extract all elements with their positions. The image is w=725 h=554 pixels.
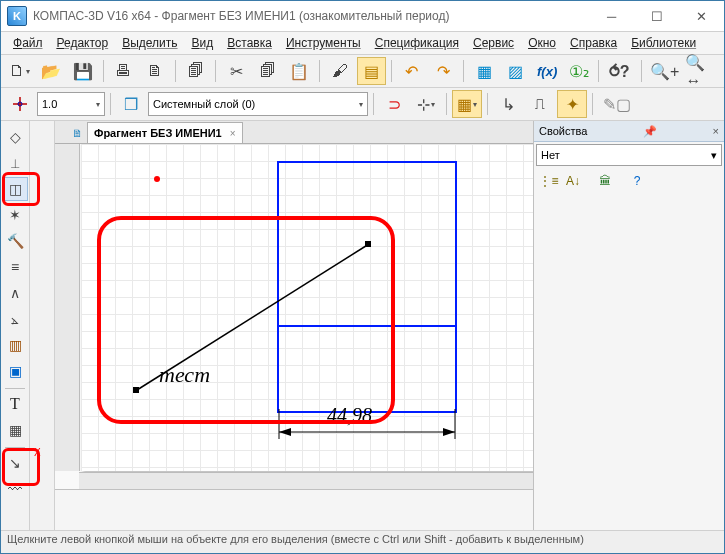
format-button[interactable]: 🖌 [325,57,355,85]
new-button[interactable]: 🗋▾ [5,57,35,85]
svg-marker-7 [279,428,291,436]
app-icon: K [7,6,27,26]
properties-selector[interactable]: Нет▾ [536,144,722,166]
text-icon[interactable]: T [2,392,28,416]
menu-lib[interactable]: Библиотеки [625,34,702,52]
menu-tools[interactable]: Инструменты [280,34,367,52]
secondary-toolbar: 1.0▾ ❒ Системный слой (0)▾ ⊃ ⊹▾ ▦▾ ↳ ⎍ ✦… [1,88,724,121]
table-icon[interactable]: ▦ [2,418,28,442]
pin-icon[interactable]: 📌 [639,125,657,138]
angle-icon[interactable]: ⦛ [2,307,28,331]
vertical-ruler [55,144,80,471]
redo-button[interactable]: ↷ [429,57,459,85]
command-panel[interactable] [55,489,533,530]
help-button[interactable]: ⥀? [604,57,634,85]
cat-icon[interactable]: ⋮≡ [538,171,560,191]
properties-header[interactable]: Свойства 📌 × [534,121,724,142]
scale-combo[interactable]: 1.0▾ [37,92,105,116]
properties-toolbar: ⋮≡ A↓ 🏛 ? [534,168,724,194]
properties-title: Свойства [539,125,587,137]
title-bar: K КОМПАС-3D V16 x64 - Фрагмент БЕЗ ИМЕНИ… [1,1,724,32]
copy-button[interactable]: 🗐 [253,57,283,85]
close-button[interactable]: ✕ [679,1,724,31]
panel-close-icon[interactable]: × [709,125,719,137]
menu-bar: Файл Редактор Выделить Вид Вставка Инстр… [1,32,724,55]
minimize-button[interactable]: ─ [589,1,634,31]
x-axis-label: X [34,447,41,458]
calc-button[interactable]: ①₂ [564,57,594,85]
sketch-button[interactable]: ✎▢ [598,90,636,118]
main-area: 🗎 Фрагмент БЕЗ ИМЕНИ1 × [55,121,533,530]
layers-icon[interactable]: ❒ [116,90,146,118]
doc-icon: 🗎 [67,123,87,143]
menu-insert[interactable]: Вставка [221,34,278,52]
menu-file[interactable]: Файл [7,34,49,52]
tab-close-icon[interactable]: × [230,128,236,139]
open-button[interactable]: 📂 [37,57,67,85]
highlight-tool-1 [2,172,40,206]
geometry-icon[interactable]: ◇ [2,125,28,149]
main-toolbar: 🗋▾ 📂 💾 🖶 🗎 🗐 ✂ 🗐 📋 🖌 ▤ ↶ ↷ ▦ ▨ f(x) ①₂ ⥀… [1,55,724,88]
ortho-icon[interactable] [5,90,35,118]
preview-button[interactable]: 🗎 [140,57,170,85]
paste-button[interactable]: 📋 [284,57,314,85]
app-window: K КОМПАС-3D V16 x64 - Фрагмент БЕЗ ИМЕНИ… [0,0,725,554]
zoom-in-button[interactable]: 🔍+ [647,57,682,85]
params-icon[interactable]: ≡ [2,255,28,279]
properties-panel: Свойства 📌 × Нет▾ ⋮≡ A↓ 🏛 ? [533,121,724,530]
spec-icon[interactable]: ▥ [2,333,28,357]
measure-icon[interactable]: ∧ [2,281,28,305]
joints-icon[interactable]: ✶ [2,203,28,227]
horizontal-ruler [79,472,533,489]
menu-window[interactable]: Окно [522,34,562,52]
window-title: КОМПАС-3D V16 x64 - Фрагмент БЕЗ ИМЕНИ1 … [33,9,589,23]
undo-button[interactable]: ↶ [397,57,427,85]
print-button[interactable]: 🖶 [109,57,139,85]
magnet-button[interactable]: ⊃ [379,90,409,118]
maximize-button[interactable]: ☐ [634,1,679,31]
save-button[interactable]: 💾 [68,57,98,85]
info-icon[interactable]: ? [626,171,648,191]
round-button[interactable]: ✦ [557,90,587,118]
manager-button[interactable]: ▦ [469,57,499,85]
cut-button[interactable]: ✂ [221,57,251,85]
layer-combo[interactable]: Системный слой (0)▾ [148,92,368,116]
status-bar: Щелкните левой кнопкой мыши на объекте д… [1,530,724,553]
ortho-mode-button[interactable]: ⎍ [525,90,555,118]
library-icon[interactable]: 🏛 [594,171,616,191]
zoom-fit-button[interactable]: 🔍↔ [684,57,719,85]
menu-spec[interactable]: Спецификация [369,34,465,52]
preview2-button[interactable]: 🗐 [181,57,211,85]
tab-label: Фрагмент БЕЗ ИМЕНИ1 [94,127,222,139]
body: ◇ ⟂ ◫ ✶ 🔨 ≡ ∧ ⦛ ▥ ▣ T ▦ ↘ 〰 🗎 [1,121,724,530]
document-tab-bar: 🗎 Фрагмент БЕЗ ИМЕНИ1 × [55,121,533,144]
menu-view[interactable]: Вид [186,34,220,52]
svg-marker-8 [443,428,455,436]
menu-help[interactable]: Справка [564,34,623,52]
report-icon[interactable]: ▣ [2,359,28,383]
menu-select[interactable]: Выделить [116,34,183,52]
properties-toggle[interactable]: ▤ [357,57,387,85]
vars-button[interactable]: ▨ [501,57,531,85]
lcs-button[interactable]: ↳ [493,90,523,118]
highlight-main [97,216,395,424]
document-tab[interactable]: Фрагмент БЕЗ ИМЕНИ1 × [87,122,243,143]
sort-icon[interactable]: A↓ [562,171,584,191]
menu-service[interactable]: Сервис [467,34,520,52]
snap-menu-button[interactable]: ⊹▾ [411,90,441,118]
grid-toggle[interactable]: ▦▾ [452,90,482,118]
canvas[interactable]: 44,98 тест [55,144,533,489]
menu-edit[interactable]: Редактор [51,34,115,52]
fx-button[interactable]: f(x) [532,57,562,85]
edit-icon[interactable]: 🔨 [2,229,28,253]
